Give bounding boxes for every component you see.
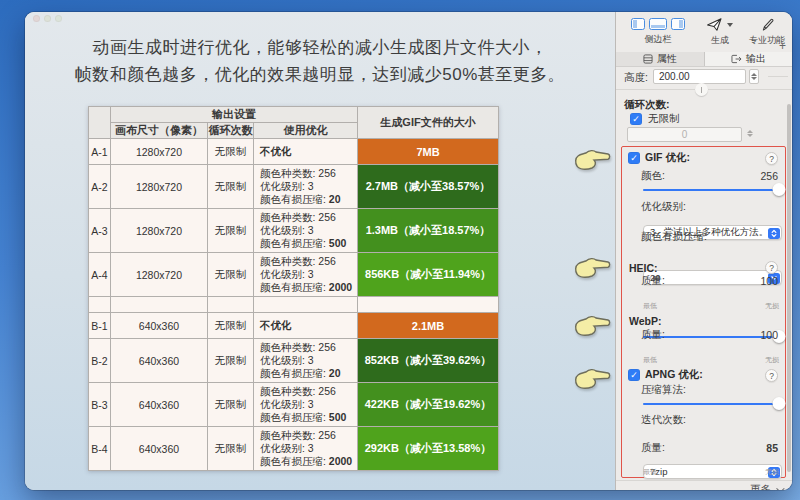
footer-divider (616, 480, 792, 481)
webp-max-label: 无损 (765, 355, 779, 365)
apng-quality-value: 85 (766, 442, 778, 454)
pointing-hand-icon (572, 254, 612, 282)
generate-dropdown-icon[interactable] (727, 23, 733, 27)
loop-count-cell: 无限制 (208, 139, 254, 165)
table-row: B-4640x360无限制颜色种类数: 256优化级别: 3颜色有损压缩: 20… (89, 427, 499, 471)
gif-color-value: 256 (760, 170, 778, 182)
heic-help-icon[interactable]: ? (765, 261, 778, 274)
table-row: B-3640x360无限制颜色种类数: 256优化级别: 3颜色有损压缩: 50… (89, 383, 499, 427)
chevron-down-icon (776, 484, 784, 490)
height-field[interactable]: 200.00 (653, 69, 746, 84)
apng-help-icon[interactable]: ? (765, 369, 778, 382)
loop-count-cell: 无限制 (208, 313, 254, 339)
optimization-cell: 不优化 (254, 139, 358, 165)
right-sidebar-toggle-icon[interactable] (671, 18, 685, 30)
left-sidebar-toggle-icon[interactable] (631, 18, 645, 30)
table-row: A-31280x720无限制颜色种类数: 256优化级别: 3颜色有损压缩: 5… (89, 209, 499, 253)
gif-optimize-checkbox[interactable] (628, 152, 640, 164)
zoom-window-icon[interactable] (55, 15, 62, 22)
height-stepper[interactable] (749, 69, 759, 84)
file-size-cell: 856KB（减小至11.94%） (358, 253, 499, 297)
row-id-cell: A-3 (89, 209, 111, 253)
sidebar-group-label: 侧边栏 (628, 33, 688, 46)
popup-updown-icon (768, 228, 780, 239)
optimization-cell: 颜色种类数: 256优化级别: 3颜色有损压缩: 20 (254, 339, 358, 383)
tab-output[interactable]: 输出 (705, 52, 793, 66)
app-window: 动画生成时进行优化，能够轻松的减小生成图片文件大小， 帧数和颜色越多，优化的效果… (25, 12, 792, 490)
row-id-cell: B-1 (89, 313, 111, 339)
pointing-hand-icon (572, 146, 612, 174)
apng-optimize-checkbox[interactable] (628, 369, 640, 381)
apng-quality-label: 质量: (641, 441, 665, 455)
webp-min-label: 最低 (643, 355, 657, 365)
comparison-table: 输出设置 生成GIF文件的大小 画布尺寸（像素） 循环次数 使用优化 A-112… (88, 106, 499, 471)
more-button[interactable]: 更多 (750, 483, 782, 490)
row-id-cell: B-3 (89, 383, 111, 427)
headline: 动画生成时进行优化，能够轻松的减小生成图片文件大小， 帧数和颜色越多，优化的效果… (25, 34, 615, 88)
bottom-bar-toggle-icon[interactable] (649, 18, 667, 30)
heic-title: HEIC: (629, 262, 658, 274)
spacer-cell (254, 297, 358, 313)
tab-properties[interactable]: 属性 (616, 52, 705, 66)
file-size-cell: 2.7MB（减小至38.57%） (358, 165, 499, 209)
tab-properties-label: 属性 (657, 52, 677, 66)
webp-title: WebP: (629, 315, 661, 327)
loop-count-label: 循环次数: (624, 98, 670, 112)
apng-algo-label: 压缩算法: (641, 383, 686, 397)
unlimited-checkbox[interactable] (630, 113, 642, 125)
spacer-cell (111, 297, 208, 313)
apng-max-label: 无损 (765, 467, 779, 477)
file-size-cell: 7MB (358, 139, 499, 165)
apng-iter-label: 迭代次数: (641, 413, 686, 427)
more-label: 更多 (750, 483, 771, 490)
optimization-cell: 颜色种类数: 256优化级别: 3颜色有损压缩: 20 (254, 165, 358, 209)
loop-value: 0 (682, 129, 688, 140)
headline-line-1: 动画生成时进行优化，能够轻松的减小生成图片文件大小， (25, 34, 615, 61)
spacer-cell (208, 297, 254, 313)
inspector-scrollbar[interactable] (787, 104, 791, 472)
file-size-cell: 422KB（减小至19.62%） (358, 383, 499, 427)
height-label: 高度: (624, 71, 648, 85)
generate-label: 生成 (700, 34, 740, 47)
pencil-icon (761, 18, 774, 31)
loop-count-cell: 无限制 (208, 339, 254, 383)
header-optimization: 使用优化 (254, 123, 358, 139)
canvas-size-cell: 640x360 (111, 427, 208, 471)
gif-optimize-title: GIF 优化: (645, 151, 690, 165)
loop-value-field[interactable]: 0 (627, 127, 742, 142)
webp-quality-slider[interactable] (643, 397, 779, 410)
gif-help-icon[interactable]: ? (765, 152, 778, 165)
loop-count-cell: 无限制 (208, 165, 254, 209)
optimization-cell: 颜色种类数: 256优化级别: 3颜色有损压缩: 500 (254, 209, 358, 253)
table-row: A-41280x720无限制颜色种类数: 256优化级别: 3颜色有损压缩: 2… (89, 253, 499, 297)
gif-lossy-label: 颜色有损压缩: (641, 230, 707, 244)
traffic-lights (33, 15, 62, 22)
optimization-cell: 颜色种类数: 256优化级别: 3颜色有损压缩: 2000 (254, 427, 358, 471)
webp-quality-label: 质量: (641, 328, 665, 342)
minimize-window-icon[interactable] (44, 15, 51, 22)
file-size-cell: 852KB（减小至39.62%） (358, 339, 499, 383)
header-loop-count: 循环次数 (208, 123, 254, 139)
canvas-size-cell: 1280x720 (111, 165, 208, 209)
optimization-cell: 不优化 (254, 313, 358, 339)
close-window-icon[interactable] (33, 15, 40, 22)
height-value: 200.00 (659, 71, 690, 82)
header-output-settings: 输出设置 (111, 107, 358, 123)
generate-button[interactable]: 生成 (700, 18, 740, 47)
canvas-size-cell: 640x360 (111, 313, 208, 339)
canvas-size-cell: 640x360 (111, 383, 208, 427)
paper-plane-icon (707, 18, 722, 31)
table-row: A-21280x720无限制颜色种类数: 256优化级别: 3颜色有损压缩: 2… (89, 165, 499, 209)
loop-count-cell: 无限制 (208, 427, 254, 471)
header-id-cell (89, 107, 111, 139)
optimization-cell: 颜色种类数: 256优化级别: 3颜色有损压缩: 2000 (254, 253, 358, 297)
row-id-cell: A-2 (89, 165, 111, 209)
loop-stepper[interactable] (747, 130, 753, 137)
add-button[interactable]: + (779, 39, 786, 53)
section-resize-handle[interactable] (695, 83, 708, 96)
heic-quality-value: 100 (760, 275, 778, 287)
file-size-cell: 292KB（减小至13.58%） (358, 427, 499, 471)
webp-quality-value: 100 (760, 329, 778, 341)
export-icon (731, 54, 742, 64)
gif-color-slider[interactable] (643, 183, 779, 196)
